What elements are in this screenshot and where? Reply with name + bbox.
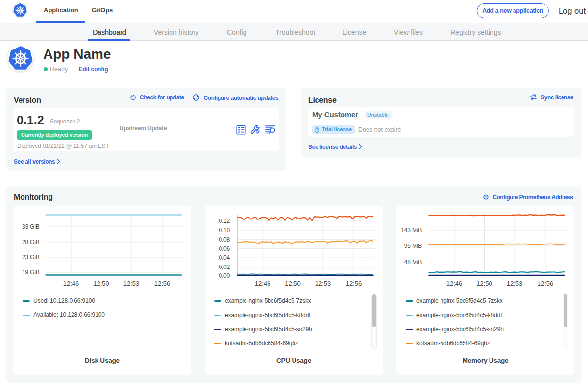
- svg-text:12:46: 12:46: [255, 280, 271, 287]
- svg-text:0.10: 0.10: [219, 227, 230, 234]
- svg-text:48 MiB: 48 MiB: [404, 259, 422, 266]
- svg-text:33 GiB: 33 GiB: [22, 223, 40, 230]
- svg-text:23 GiB: 23 GiB: [22, 254, 40, 261]
- svg-text:143 MiB: 143 MiB: [401, 227, 422, 234]
- svg-text:12:53: 12:53: [507, 280, 523, 287]
- svg-text:12:46: 12:46: [63, 280, 79, 287]
- svg-text:0.06: 0.06: [219, 245, 230, 252]
- svg-text:12:56: 12:56: [538, 280, 554, 287]
- svg-text:0.00: 0.00: [219, 272, 230, 279]
- svg-text:12:53: 12:53: [315, 280, 331, 287]
- svg-text:12:53: 12:53: [123, 280, 140, 287]
- svg-text:12:50: 12:50: [476, 280, 492, 287]
- svg-text:95 MiB: 95 MiB: [404, 243, 422, 249]
- svg-text:0.08: 0.08: [219, 236, 230, 243]
- svg-text:12:56: 12:56: [154, 280, 171, 287]
- svg-text:12:46: 12:46: [446, 280, 463, 287]
- svg-text:0.02: 0.02: [219, 264, 230, 270]
- svg-text:12:50: 12:50: [93, 280, 109, 287]
- svg-text:28 GiB: 28 GiB: [22, 239, 40, 245]
- svg-text:12:56: 12:56: [346, 280, 362, 287]
- svg-text:19 GiB: 19 GiB: [22, 269, 40, 276]
- svg-text:12:50: 12:50: [285, 280, 301, 287]
- svg-text:0.12: 0.12: [219, 218, 230, 224]
- svg-text:0.04: 0.04: [219, 254, 230, 261]
